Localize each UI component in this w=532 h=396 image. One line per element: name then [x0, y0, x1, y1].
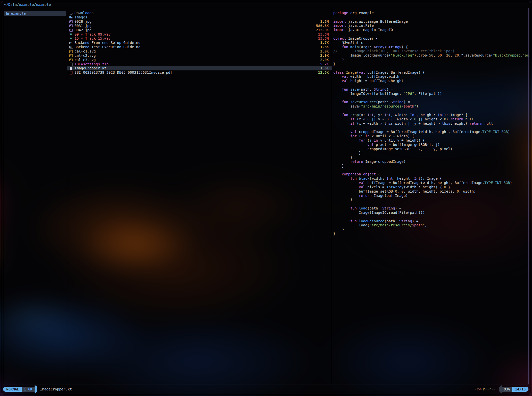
parent-list: example: [3, 8, 67, 16]
file-icon: [69, 66, 73, 70]
file-row[interactable]: Backend_Test_Execution_Guide.md 1.3K: [67, 45, 332, 49]
file-row[interactable]: Images: [67, 15, 332, 19]
file-name: 09 - Track 09.wav: [74, 32, 111, 36]
cwd-path: ~/Data/example/example: [4, 3, 51, 7]
folder-download-icon: [69, 11, 73, 15]
file-size: 1.7K: [318, 41, 329, 45]
image-icon: [69, 58, 73, 62]
file-row[interactable]: cal-c1.svg 2.9K: [67, 49, 332, 54]
file-name: cal-c2.svg: [74, 54, 96, 58]
file-row-selected[interactable]: ImageCropper.kt 1.6K: [67, 66, 332, 70]
markdown-icon: [69, 41, 73, 45]
audio-icon: [69, 36, 73, 41]
file-name: Images: [74, 15, 87, 19]
file-name: Downloads: [74, 11, 94, 15]
file-row[interactable]: SBI_0032013739_2023_DE05_0003155631Invoi…: [67, 70, 332, 75]
file-size: 2.9K: [318, 54, 329, 58]
parent-pane: example: [3, 8, 67, 384]
file-row[interactable]: cal-c3.svg 2.9K: [67, 58, 332, 62]
status-size-segment: 1.6K: [22, 387, 35, 392]
parent-item-example[interactable]: example: [4, 11, 66, 16]
file-row[interactable]: cal-c2.svg 2.9K: [67, 53, 332, 58]
file-name: 0028.jpg: [74, 19, 91, 23]
file-row[interactable]: Downloads: [67, 11, 332, 15]
file-name: SBI_0032013739_2023_DE05_0003155631Invoi…: [74, 70, 172, 74]
code-preview: package org.exampleimport java.awt.image…: [332, 8, 528, 236]
file-row[interactable]: 15 - Track 15.wav 15.3M: [67, 36, 332, 41]
file-row[interactable]: 09 - Track 09.wav 15.3M: [67, 32, 332, 36]
file-size: 2.9K: [318, 58, 329, 62]
cursor-position: 14/15: [512, 387, 528, 392]
terminal-window: ~/Data/example/example example Downloads: [1, 1, 531, 395]
file-name: 15 - Track 15.wav: [74, 36, 111, 40]
file-name: cal-c1.svg: [74, 49, 96, 53]
file-size: 1.3K: [318, 45, 329, 49]
file-name: ImageCropper.kt: [74, 66, 106, 70]
file-size: 12.5K: [316, 70, 329, 74]
screen: ~/Data/example/example example Downloads: [0, 0, 532, 396]
image-icon: [69, 28, 73, 32]
segment-cap-icon: [35, 385, 37, 393]
file-name: cal-c3.svg: [74, 58, 96, 62]
file-permissions: -rw-r--r--: [474, 387, 495, 391]
segment-cap-icon: [499, 385, 502, 393]
file-size: 15.3M: [316, 32, 329, 36]
audio-icon: [69, 32, 73, 36]
status-bar: NORMAL 1.6K ImageCropper.kt -rw-r--r-- 9…: [3, 385, 528, 393]
archive-icon: [69, 62, 73, 66]
image-icon: [69, 53, 73, 58]
folder-icon: [6, 11, 9, 16]
file-size: 15.3M: [316, 36, 329, 40]
pdf-icon: [69, 70, 73, 75]
file-manager-panes: example Downloads Images: [3, 8, 529, 384]
mode-indicator: NORMAL: [3, 387, 22, 392]
parent-item-label: example: [11, 11, 26, 15]
file-name: 0031.jpg: [74, 24, 91, 28]
file-name: Backend_Test_Execution_Guide.md: [74, 45, 140, 49]
file-size: 1.6K: [318, 66, 329, 70]
status-filename: ImageCropper.kt: [40, 387, 72, 391]
scroll-percentage: 93%: [502, 387, 512, 392]
file-row[interactable]: Backend_Frontend_Setup_Guide.md 1.7K: [67, 41, 332, 45]
markdown-icon: [69, 45, 73, 49]
file-row[interactable]: IDEAsettings.zip 5.2K: [67, 62, 332, 66]
file-size: 212.9K: [314, 28, 329, 32]
image-icon: [69, 19, 73, 24]
file-size: 2.9K: [318, 49, 329, 53]
current-pane: Downloads Images 0028.jpg 1.3M: [67, 8, 332, 384]
file-row[interactable]: 0031.jpg 586.3K: [67, 24, 332, 28]
file-name: IDEAsettings.zip: [74, 62, 109, 66]
folder-icon: [69, 15, 73, 19]
preview-pane[interactable]: package org.exampleimport java.awt.image…: [332, 8, 528, 384]
file-size: 1.3M: [318, 19, 329, 23]
image-icon: [69, 49, 73, 54]
image-icon: [69, 23, 73, 28]
file-row[interactable]: 0042.jpg 212.9K: [67, 28, 332, 32]
file-row[interactable]: 0028.jpg 1.3M: [67, 19, 332, 24]
file-size: 5.2K: [318, 62, 329, 66]
file-size: 586.3K: [314, 24, 329, 28]
file-name: Backend_Frontend_Setup_Guide.md: [74, 41, 140, 45]
file-list: Downloads Images 0028.jpg 1.3M: [67, 8, 332, 75]
file-name: 0042.jpg: [74, 28, 91, 32]
